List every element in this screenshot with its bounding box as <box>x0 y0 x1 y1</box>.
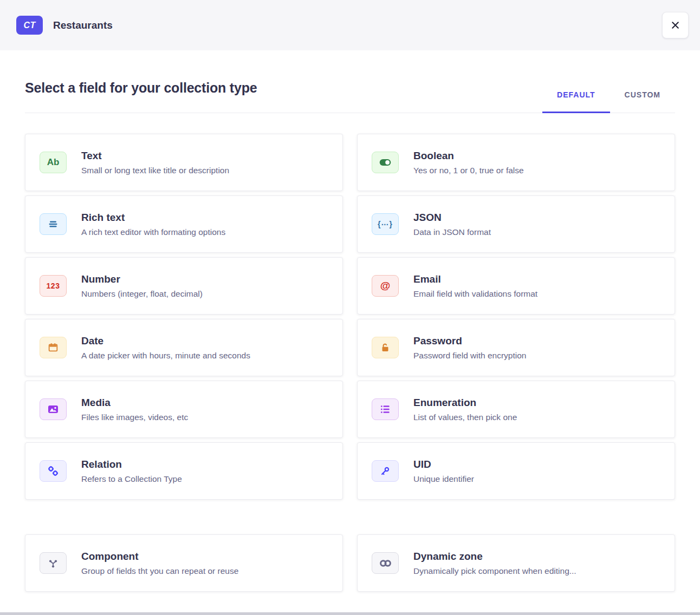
field-card-enumeration[interactable]: Enumeration List of values, then pick on… <box>357 381 675 438</box>
field-title: Relation <box>81 459 182 470</box>
field-title: Date <box>81 335 250 347</box>
field-card-component[interactable]: Component Group of fields tht you can re… <box>25 534 343 592</box>
field-description: Files like images, videos, etc <box>81 413 188 422</box>
field-description: Small or long text like title or descrip… <box>81 166 229 175</box>
field-grid: Ab Text Small or long text like title or… <box>25 134 675 500</box>
key-icon <box>379 465 391 477</box>
nodes-icon <box>47 557 60 570</box>
field-description: A date picker with hours, minute and sec… <box>81 351 250 361</box>
close-icon <box>670 19 681 31</box>
text-lines-icon <box>47 218 60 231</box>
field-card-text[interactable]: Ab Text Small or long text like title or… <box>25 134 343 191</box>
field-title: Text <box>81 150 229 162</box>
advanced-field-grid: Component Group of fields tht you can re… <box>25 534 675 592</box>
field-description: Unique identifier <box>413 474 474 484</box>
media-field-iconbox <box>40 398 67 420</box>
field-card-boolean[interactable]: Boolean Yes or no, 1 or 0, true or false <box>357 134 675 191</box>
tab-default[interactable]: DEFAULT <box>542 84 610 113</box>
field-card-date[interactable]: Date A date picker with hours, minute an… <box>25 319 343 376</box>
picture-icon <box>47 403 60 416</box>
password-field-iconbox <box>372 337 399 358</box>
field-card-email[interactable]: @ Email Email field with validations for… <box>357 257 675 315</box>
field-title: Password <box>413 335 527 347</box>
field-description: Data in JSON format <box>413 227 491 237</box>
bullet-list-icon <box>379 403 392 416</box>
field-title: Boolean <box>413 150 524 162</box>
collection-type-badge: CT <box>16 16 43 35</box>
field-description: List of values, then pick one <box>413 413 517 422</box>
field-title: UID <box>413 459 474 470</box>
padlock-icon <box>379 342 391 354</box>
close-button[interactable] <box>662 12 689 38</box>
field-description: Dynamically pick component when editing.… <box>413 566 576 576</box>
modal-body: Select a field for your collection type … <box>0 80 700 592</box>
rich-text-field-iconbox <box>40 213 67 235</box>
email-field-iconbox: @ <box>372 275 399 297</box>
toggle-on-icon <box>378 155 392 169</box>
field-title: Email <box>413 273 537 285</box>
field-card-number[interactable]: 123 Number Numbers (integer, float, deci… <box>25 257 343 315</box>
braces-glyph-icon: {⋯} <box>378 220 393 228</box>
field-card-dynamic-zone[interactable]: Dynamic zone Dynamically pick component … <box>357 534 675 592</box>
uid-field-iconbox <box>372 460 399 482</box>
text-field-iconbox: Ab <box>40 152 67 173</box>
tab-custom[interactable]: CUSTOM <box>610 84 675 113</box>
ab-glyph-icon: Ab <box>47 157 60 168</box>
enumeration-field-iconbox <box>372 398 399 420</box>
collection-title: Restaurants <box>53 19 113 31</box>
at-sign-icon: @ <box>380 280 391 292</box>
field-description: A rich text editor with formating option… <box>81 227 225 237</box>
field-title: Number <box>81 273 203 285</box>
field-title: Component <box>81 551 238 562</box>
date-field-iconbox <box>40 337 67 358</box>
boolean-field-iconbox <box>372 152 399 173</box>
field-title: Enumeration <box>413 397 517 409</box>
field-card-rich-text[interactable]: Rich text A rich text editor with format… <box>25 195 343 253</box>
number-field-iconbox: 123 <box>40 275 67 297</box>
tab-bar: DEFAULT CUSTOM <box>542 84 675 113</box>
dynamic-zone-field-iconbox <box>372 552 399 574</box>
json-field-iconbox: {⋯} <box>372 213 399 235</box>
field-title: Media <box>81 397 188 409</box>
field-title: Rich text <box>81 212 225 224</box>
field-description: Refers to a Collection Type <box>81 474 182 484</box>
field-title: JSON <box>413 212 491 224</box>
footer-divider-bar <box>0 612 700 615</box>
123-glyph-icon: 123 <box>47 282 60 290</box>
relation-field-iconbox <box>40 460 67 482</box>
field-card-uid[interactable]: UID Unique identifier <box>357 442 675 500</box>
field-description: Password field with encryption <box>413 351 527 361</box>
title-row: Select a field for your collection type … <box>25 80 675 113</box>
field-description: Email field with validations format <box>413 289 537 299</box>
calendar-icon <box>47 342 59 354</box>
field-description: Numbers (integer, float, decimal) <box>81 289 203 299</box>
field-card-json[interactable]: {⋯} JSON Data in JSON format <box>357 195 675 253</box>
chain-link-icon <box>47 464 60 477</box>
field-card-relation[interactable]: Relation Refers to a Collection Type <box>25 442 343 500</box>
field-card-password[interactable]: Password Password field with encryption <box>357 319 675 376</box>
field-card-media[interactable]: Media Files like images, videos, etc <box>25 381 343 438</box>
infinity-icon <box>378 556 393 571</box>
component-field-iconbox <box>40 552 67 574</box>
field-description: Group of fields tht you can repeat or re… <box>81 566 238 576</box>
field-description: Yes or no, 1 or 0, true or false <box>413 166 524 175</box>
page-title: Select a field for your collection type <box>25 80 257 113</box>
modal-header: CT Restaurants <box>0 0 700 50</box>
field-title: Dynamic zone <box>413 551 576 562</box>
